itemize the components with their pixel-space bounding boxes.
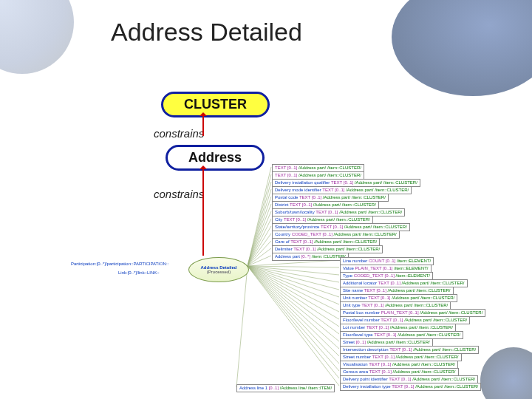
label-constrains-2: constrains	[154, 188, 204, 200]
origin-participation: Participation:[0..*]/participation::PART…	[71, 262, 168, 266]
schema-row: Lot number TEXT [0..1] /Address part/ /i…	[340, 324, 456, 332]
schema-row: Delivery mode identifier TEXT [0..1] /Ad…	[272, 186, 412, 194]
schema-row: Delivery installation type TEXT [0..1] /…	[340, 383, 481, 391]
node-address-detailed: Address Detailed (Processed)	[188, 257, 249, 282]
svg-line-25	[248, 266, 339, 349]
svg-line-29	[248, 266, 339, 378]
svg-line-1	[248, 174, 271, 266]
svg-line-24	[248, 266, 339, 341]
svg-line-31	[236, 266, 248, 387]
decor-top-right	[392, 0, 532, 96]
schema-row: Care of TEXT [0..1] /Address part/ /item…	[272, 238, 380, 246]
svg-line-8	[248, 226, 271, 266]
schema-row: Line number COUNT [0..1] /item::ELEMENT/	[340, 257, 434, 265]
origin-link: Link:[0..*]/link::LINK::	[118, 270, 160, 275]
schema-row: Country CODED_TEXT [0..1] /Address part/…	[272, 231, 400, 239]
schema-row: TEXT [0..1] /Address part/ /item::CLUSTE…	[272, 164, 364, 172]
svg-line-5	[248, 204, 271, 266]
schema-row: Floor/level number TEXT [0..1] /Address …	[340, 316, 470, 324]
schema-row: Floor/level type TEXT [0..1] /Address pa…	[340, 331, 463, 339]
svg-line-17	[248, 266, 339, 290]
svg-line-7	[248, 219, 271, 266]
schema-row: Postal code TEXT [0..1] /Address part/ /…	[272, 194, 389, 202]
schema-row: State/territory/province TEXT [0..1] /Ad…	[272, 223, 410, 231]
schema-row: Delivery installation qualifier TEXT [0.…	[272, 179, 420, 187]
svg-line-4	[248, 197, 271, 266]
svg-line-23	[248, 266, 339, 334]
svg-line-19	[248, 266, 339, 304]
arrow-1	[202, 114, 204, 136]
svg-line-22	[248, 266, 339, 327]
svg-line-20	[248, 266, 339, 312]
svg-line-3	[248, 189, 271, 266]
schema-row: Unit number TEXT [0..1] /Address part/ /…	[340, 294, 457, 302]
pill-address: Address	[166, 145, 265, 171]
arrow-2	[202, 167, 204, 256]
decor-top-left	[0, 0, 74, 74]
schema-row: Additional locator TEXT [0..1] /Address …	[340, 279, 468, 287]
schema-row: District TEXT [0..1] /Address part/ /ite…	[272, 201, 379, 209]
schema-row: Census area TEXT [0..1] /Address part/ /…	[340, 368, 459, 376]
schema-row: Site name TEXT [0..1] /Address part/ /it…	[340, 287, 454, 295]
schema-row: Suburb/town/locality TEXT [0..1] /Addres…	[272, 208, 405, 216]
svg-line-27	[248, 266, 339, 364]
schema-row: Unit type TEXT [0..1] /Address part/ /it…	[340, 301, 451, 310]
schema-row: Visualisation TEXT [0..1] /Address part/…	[340, 361, 458, 369]
schema-row: Street number TEXT [0..1] /Address part/…	[340, 353, 462, 361]
decor-bottom-right	[480, 347, 532, 399]
schema-row: TEXT [0..1] /Address part/ /item::CLUSTE…	[272, 171, 364, 180]
schema-row: Delimiter TEXT [0..1] /Address part/ /it…	[272, 245, 383, 253]
schema-row: Value PLAIN_TEXT [0..1] /item::ELEMENT/	[340, 265, 432, 273]
schema-row-bottom: Address line 1 [0..1] /Address line/ /it…	[236, 384, 335, 392]
schema-row: City TEXT [0..1] /Address part/ /item::C…	[272, 216, 373, 224]
schema-row: Intersection description TEXT [0..1] /Ad…	[340, 346, 479, 354]
schema-row: Street [0..1] /Address part/ /item::CLUS…	[340, 338, 433, 347]
label-constrains-1: constrains	[154, 127, 204, 140]
schema-row: Address part [0..*] /item::CLUSTER/	[272, 253, 349, 261]
pill-cluster: CLUSTER	[161, 92, 270, 117]
page-title: Address Detailed	[111, 18, 302, 47]
schema-row: Postal box number PLAIN_TEXT [0..1] /Add…	[340, 309, 485, 317]
svg-line-13	[248, 260, 339, 266]
schema-row: Type CODED_TEXT [0..1] /item::ELEMENT/	[340, 272, 433, 280]
node-subtitle: (Processed)	[207, 270, 231, 274]
svg-line-30	[248, 266, 339, 386]
schema-row: Delivery point identifier TEXT [0..1] /A…	[340, 375, 478, 383]
